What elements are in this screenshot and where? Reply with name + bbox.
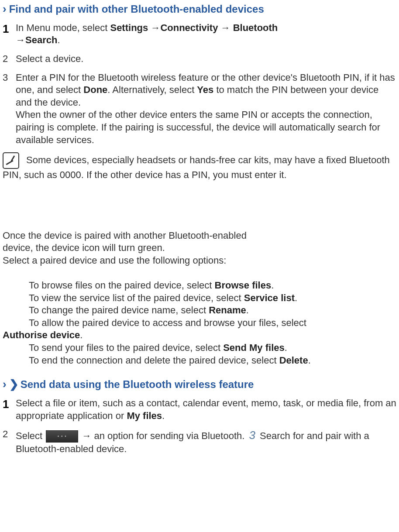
- step-2: 2 Select → an option for sending via Blu…: [3, 428, 396, 455]
- section2-heading: ›❯Send data using the Bluetooth wireless…: [3, 377, 396, 392]
- send-my-files-label: Send My files: [223, 342, 285, 353]
- rename-label: Rename: [209, 305, 246, 316]
- arrow: →: [218, 22, 233, 33]
- section2-steps: 1 Select a file or item, such as a conta…: [3, 397, 396, 456]
- step-body: In Menu mode, select Settings →Connectiv…: [16, 22, 396, 47]
- arrow: →: [16, 34, 25, 45]
- option-rename: To change the paired device name, select…: [29, 304, 396, 317]
- note-block: Some devices, especially headsets or han…: [3, 152, 396, 182]
- option-send-files: To send your files to the paired device,…: [29, 342, 396, 354]
- text: .: [162, 410, 165, 421]
- text: To send your files to the paired device,…: [29, 342, 223, 353]
- text: When the owner of the other device enter…: [16, 109, 380, 145]
- text: .: [57, 34, 60, 45]
- section1-heading: ›Find and pair with other Bluetooth-enab…: [3, 2, 396, 17]
- text: To allow the paired device to access and…: [29, 317, 306, 328]
- text: In Menu mode, select: [16, 22, 110, 33]
- step-1: 1 In Menu mode, select Settings →Connect…: [3, 22, 396, 47]
- chevron-icon: ›: [3, 2, 7, 15]
- chevron-icon: ❯: [9, 378, 19, 391]
- service-list-label: Service list: [244, 292, 295, 303]
- text: To view the service list of the paired d…: [29, 292, 244, 303]
- section1-heading-text: Find and pair with other Bluetooth-enabl…: [9, 3, 264, 15]
- option-delete: To end the connection and delete the pai…: [29, 354, 396, 367]
- text: Select a file or item, such as a contact…: [16, 398, 396, 421]
- paired-options-list: To browse files on the paired device, se…: [3, 279, 396, 367]
- text: To browse files on the paired device, se…: [29, 280, 215, 291]
- step-number: 3: [3, 72, 16, 147]
- section1-steps: 1 In Menu mode, select Settings →Connect…: [3, 22, 396, 146]
- browse-files-label: Browse files: [215, 280, 272, 291]
- text: To change the paired device name, select: [29, 305, 209, 316]
- step-body: Select a file or item, such as a contact…: [16, 397, 396, 422]
- step-1: 1 Select a file or item, such as a conta…: [3, 397, 396, 422]
- connectivity-label: Connectivity: [160, 22, 218, 33]
- menu-button-icon: [46, 430, 78, 443]
- text: To end the connection and delete the pai…: [29, 355, 279, 366]
- my-files-label: My files: [127, 410, 162, 421]
- step-3: 3 Enter a PIN for the Bluetooth wireless…: [3, 72, 396, 147]
- text: → an option for sending via Bluetooth.: [79, 430, 247, 441]
- step-number: 2: [3, 428, 16, 455]
- bluetooth-label: Bluetooth: [233, 22, 278, 33]
- text: Select: [16, 430, 45, 441]
- step-number: 1: [3, 397, 16, 422]
- section2-heading-text: Send data using the Bluetooth wireless f…: [21, 378, 254, 390]
- step-body: Select → an option for sending via Bluet…: [16, 428, 396, 455]
- settings-label: Settings: [110, 22, 148, 33]
- text: . Alternatively, select: [107, 84, 197, 95]
- step-number-inline: 3: [248, 429, 257, 442]
- chevron-icon: ›: [3, 378, 7, 391]
- paired-options-intro: Select a paired device and use the follo…: [3, 254, 396, 267]
- paired-info-line2: device, the device icon will turn green.: [3, 242, 396, 254]
- yes-label: Yes: [197, 84, 213, 95]
- note-icon: [3, 152, 19, 169]
- option-browse-files: To browse files on the paired device, se…: [29, 279, 396, 292]
- arrow: →: [148, 22, 160, 33]
- step-body: Select a device.: [16, 53, 396, 65]
- step-body: Enter a PIN for the Bluetooth wireless f…: [16, 72, 396, 147]
- search-label: Search: [25, 34, 57, 45]
- option-service-list: To view the service list of the paired d…: [29, 292, 396, 305]
- delete-label: Delete: [279, 355, 308, 366]
- step-2: 2 Select a device.: [3, 53, 396, 65]
- authorise-device-label: Authorise device: [3, 329, 80, 342]
- done-label: Done: [83, 84, 107, 95]
- option-authorise: To allow the paired device to access and…: [29, 317, 396, 342]
- note-text: Some devices, especially headsets or han…: [3, 154, 390, 180]
- paired-info-line1: Once the device is paired with another B…: [3, 230, 396, 242]
- step-number: 1: [3, 22, 16, 47]
- step-number: 2: [3, 53, 16, 65]
